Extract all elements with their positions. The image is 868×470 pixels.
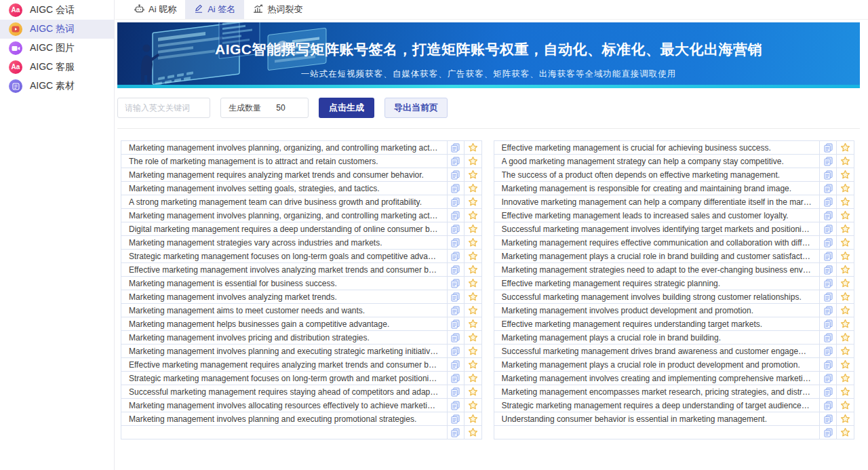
star-favorite-icon[interactable]	[465, 304, 481, 317]
copy-icon[interactable]	[820, 399, 837, 412]
star-favorite-icon[interactable]	[465, 317, 481, 330]
star-favorite-icon[interactable]	[465, 358, 481, 371]
star-favorite-icon[interactable]	[465, 290, 481, 303]
star-favorite-icon[interactable]	[465, 426, 481, 439]
copy-icon[interactable]	[820, 277, 837, 290]
star-favorite-icon[interactable]	[837, 290, 854, 303]
keyword-input[interactable]	[117, 98, 210, 118]
star-favorite-icon[interactable]	[837, 209, 854, 222]
star-favorite-icon[interactable]	[837, 195, 854, 208]
star-favorite-icon[interactable]	[837, 263, 854, 276]
star-favorite-icon[interactable]	[837, 141, 854, 154]
star-favorite-icon[interactable]	[465, 209, 481, 222]
copy-icon[interactable]	[820, 155, 837, 168]
star-favorite-icon[interactable]	[465, 412, 481, 425]
copy-icon[interactable]	[820, 412, 837, 425]
export-current-page-button[interactable]: 导出当前页	[384, 98, 448, 118]
star-favorite-icon[interactable]	[465, 399, 481, 412]
count-input[interactable]	[261, 103, 300, 113]
star-favorite-icon[interactable]	[837, 155, 854, 168]
copy-icon[interactable]	[820, 317, 837, 330]
copy-icon[interactable]	[820, 222, 837, 235]
sidebar-item-aigc-materials[interactable]: AIGC 素材	[0, 77, 114, 96]
star-favorite-icon[interactable]	[465, 155, 481, 168]
generate-button[interactable]: 点击生成	[319, 98, 374, 118]
star-favorite-icon[interactable]	[837, 385, 854, 398]
copy-icon[interactable]	[448, 155, 465, 168]
copy-icon[interactable]	[448, 141, 465, 154]
star-favorite-icon[interactable]	[837, 168, 854, 181]
copy-icon[interactable]	[448, 385, 465, 398]
copy-icon[interactable]	[820, 182, 837, 195]
star-favorite-icon[interactable]	[837, 317, 854, 330]
star-favorite-icon[interactable]	[837, 222, 854, 235]
star-favorite-icon[interactable]	[837, 277, 854, 290]
copy-icon[interactable]	[820, 290, 837, 303]
star-favorite-icon[interactable]	[465, 182, 481, 195]
copy-icon[interactable]	[448, 209, 465, 222]
copy-icon[interactable]	[820, 250, 837, 262]
copy-icon[interactable]	[448, 426, 465, 439]
copy-icon[interactable]	[448, 250, 465, 262]
copy-icon[interactable]	[820, 331, 837, 344]
copy-icon[interactable]	[820, 209, 837, 222]
star-favorite-icon[interactable]	[465, 236, 481, 249]
copy-icon[interactable]	[820, 372, 837, 385]
star-favorite-icon[interactable]	[837, 331, 854, 344]
star-favorite-icon[interactable]	[465, 372, 481, 385]
generate-count-field[interactable]: 生成数量	[220, 98, 309, 118]
copy-icon[interactable]	[820, 426, 837, 439]
star-favorite-icon[interactable]	[465, 250, 481, 262]
copy-icon[interactable]	[448, 372, 465, 385]
star-favorite-icon[interactable]	[465, 222, 481, 235]
copy-icon[interactable]	[448, 345, 465, 357]
copy-icon[interactable]	[820, 168, 837, 181]
star-favorite-icon[interactable]	[465, 168, 481, 181]
sidebar-item-aigc-chat[interactable]: Aa AIGC 会话	[0, 1, 114, 20]
sidebar-item-aigc-service[interactable]: Aa AIGC 客服	[0, 58, 114, 77]
star-favorite-icon[interactable]	[837, 358, 854, 371]
copy-icon[interactable]	[820, 195, 837, 208]
star-favorite-icon[interactable]	[837, 426, 854, 439]
star-favorite-icon[interactable]	[837, 304, 854, 317]
tab-ai-nickname[interactable]: Ai 昵称	[125, 0, 185, 19]
copy-icon[interactable]	[448, 277, 465, 290]
tab-hotword-fission[interactable]: 热词裂变	[244, 0, 311, 19]
copy-icon[interactable]	[820, 236, 837, 249]
sidebar-item-aigc-hotwords[interactable]: AIGC 热词	[0, 20, 114, 39]
star-favorite-icon[interactable]	[837, 412, 854, 425]
copy-icon[interactable]	[448, 168, 465, 181]
copy-icon[interactable]	[820, 345, 837, 357]
copy-icon[interactable]	[448, 236, 465, 249]
star-favorite-icon[interactable]	[465, 277, 481, 290]
copy-icon[interactable]	[820, 358, 837, 371]
copy-icon[interactable]	[448, 304, 465, 317]
copy-icon[interactable]	[448, 195, 465, 208]
star-favorite-icon[interactable]	[465, 195, 481, 208]
copy-icon[interactable]	[448, 358, 465, 371]
copy-icon[interactable]	[820, 304, 837, 317]
copy-icon[interactable]	[448, 222, 465, 235]
star-favorite-icon[interactable]	[465, 345, 481, 357]
copy-icon[interactable]	[448, 331, 465, 344]
copy-icon[interactable]	[448, 399, 465, 412]
star-favorite-icon[interactable]	[837, 345, 854, 357]
star-favorite-icon[interactable]	[465, 141, 481, 154]
star-favorite-icon[interactable]	[465, 385, 481, 398]
star-favorite-icon[interactable]	[837, 250, 854, 262]
star-favorite-icon[interactable]	[465, 331, 481, 344]
star-favorite-icon[interactable]	[465, 263, 481, 276]
tab-ai-signature[interactable]: Ai 签名	[185, 0, 244, 19]
copy-icon[interactable]	[448, 290, 465, 303]
star-favorite-icon[interactable]	[837, 182, 854, 195]
star-favorite-icon[interactable]	[837, 399, 854, 412]
star-favorite-icon[interactable]	[837, 372, 854, 385]
copy-icon[interactable]	[448, 317, 465, 330]
copy-icon[interactable]	[820, 385, 837, 398]
sidebar-item-aigc-images[interactable]: AIGC 图片	[0, 39, 114, 58]
copy-icon[interactable]	[448, 412, 465, 425]
copy-icon[interactable]	[448, 263, 465, 276]
copy-icon[interactable]	[448, 182, 465, 195]
copy-icon[interactable]	[820, 141, 837, 154]
copy-icon[interactable]	[820, 263, 837, 276]
